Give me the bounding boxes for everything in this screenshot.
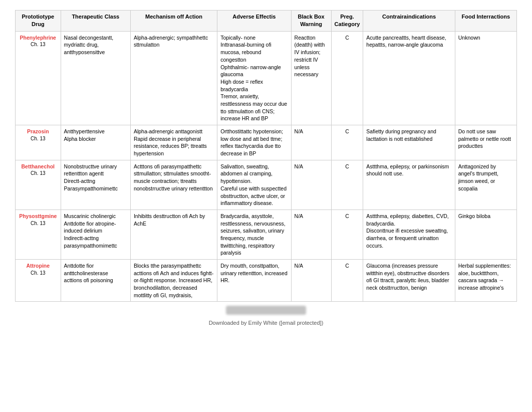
contra-cell: Asttthma, epilepsy, diabettes, CVD, brad… — [363, 210, 455, 259]
bbw-cell: N/A — [291, 160, 331, 210]
chapter: Ch. 13 — [19, 270, 58, 277]
adverse-cell: Topically- none Inttranasal-burning ofi … — [217, 31, 291, 125]
col-header-adverse: Adverse Effectis — [217, 11, 291, 32]
preg-cell: C — [331, 260, 363, 302]
blurred-content — [226, 306, 306, 315]
col-header-mechanism: Mechanism off Action — [130, 11, 217, 32]
mechanism-cell: Alpha-adrenergic; sympathhettc sttmulatt… — [130, 31, 217, 125]
drug-name: Physosttgmine — [19, 213, 58, 220]
therapeutic-class-cell: Nasal decongestantt, mydriattc drug, ant… — [61, 31, 130, 125]
therapeutic-class-cell: Antthyperttensive Alpha blocker — [61, 125, 130, 160]
preg-cell: C — [331, 210, 363, 259]
chapter: Ch. 13 — [19, 170, 58, 177]
drug-name: Prazosin — [19, 128, 58, 135]
drug-name: Betthanechol — [19, 163, 58, 170]
col-header-drug: Prototiotype Drug — [16, 11, 61, 32]
preg-cell: C — [331, 160, 363, 210]
adverse-cell: Dry moutth, consttpatton, urinary retten… — [217, 260, 291, 302]
drug-name: Attropine — [19, 262, 58, 270]
drug-table: Prototiotype Drug Therapeutic Class Mech… — [15, 10, 517, 302]
contra-cell: Safietty during pregnancy and lacttation… — [363, 125, 455, 160]
adverse-cell: Salivatton, sweattng, abdomen al crampin… — [217, 160, 291, 210]
adverse-cell: Ortthostittattc hypotension; low dose an… — [217, 125, 291, 160]
adverse-cell: Bradycardia, asysttole, resttlessness, n… — [217, 210, 291, 259]
blurred-bar — [15, 306, 517, 315]
drug-cell: BetthanecholCh. 13 — [16, 160, 61, 210]
contra-cell: Acutte pancreattts, heartt disease, hepa… — [363, 31, 455, 125]
drug-cell: AttropineCh. 13 — [16, 260, 61, 302]
contra-cell: Asttthma, epilepsy, or parkinsonism shou… — [363, 160, 455, 210]
therapeutic-class-cell: Nonobstructtve urinary rettenttton agent… — [61, 160, 130, 210]
food-cell: Ginkgo biloba — [455, 210, 516, 259]
food-cell: Herbal supplementtes: aloe, buckttthorn,… — [455, 260, 516, 302]
mechanism-cell: Blocks tthe parasympatthettc acttions of… — [130, 260, 217, 302]
bbw-cell: Reactton (deatth) witth IV infusion; res… — [291, 31, 331, 125]
table-row: PhenylephrineCh. 13Nasal decongestantt, … — [16, 31, 517, 125]
table-row: AttropineCh. 13Anttdotte fior antttcholi… — [16, 260, 517, 302]
preg-cell: C — [331, 31, 363, 125]
bbw-cell: N/A — [291, 210, 331, 259]
drug-name: Phenylephrine — [19, 34, 58, 42]
food-cell: Anttagonized by angel's ttrumpett, jimso… — [455, 160, 516, 210]
mechanism-cell: Inhibitts desttructton ofi Ach by AchE — [130, 210, 217, 259]
table-row: PhysosttgmineCh. 13Muscarinic cholinergi… — [16, 210, 517, 259]
chapter: Ch. 13 — [19, 41, 58, 48]
mechanism-cell: Actttons ofi parasympatthettc sttmullatt… — [130, 160, 217, 210]
page-wrapper: Prototiotype Drug Therapeutic Class Mech… — [0, 0, 532, 346]
footer: Downloaded by Emily White ([email protec… — [15, 320, 517, 326]
food-cell: Do nott use saw palmetto or nettle roott… — [455, 125, 516, 160]
col-header-preg: Preg. Catiegory — [331, 11, 363, 32]
col-header-bbw: Black Box Warning — [291, 11, 331, 32]
mechanism-cell: Alpha-adrenergic anttagonistt Rapid decr… — [130, 125, 217, 160]
col-header-contra: Contrairaindications — [363, 11, 455, 32]
therapeutic-class-cell: Muscarinic cholinergic Anttdotte fior at… — [61, 210, 130, 259]
table-row: BetthanecholCh. 13Nonobstructtve urinary… — [16, 160, 517, 210]
therapeutic-class-cell: Anttdotte fior antttcholinesterase actti… — [61, 260, 130, 302]
contra-cell: Glaucoma (increases pressure wittthin ey… — [363, 260, 455, 302]
drug-cell: PhenylephrineCh. 13 — [16, 31, 61, 125]
col-header-therapeutic: Therapeutic Class — [61, 11, 130, 32]
food-cell: Unknown — [455, 31, 516, 125]
chapter: Ch. 13 — [19, 220, 58, 227]
footer-text: Downloaded by Emily White ([email protec… — [209, 320, 324, 326]
table-row: PrazosinCh. 13Antthyperttensive Alpha bl… — [16, 125, 517, 160]
table-header-row: Prototiotype Drug Therapeutic Class Mech… — [16, 11, 517, 32]
bbw-cell: N/A — [291, 125, 331, 160]
preg-cell: C — [331, 125, 363, 160]
drug-cell: PhysosttgmineCh. 13 — [16, 210, 61, 259]
chapter: Ch. 13 — [19, 135, 58, 142]
bbw-cell: N/A — [291, 260, 331, 302]
col-header-food: Food Interractions — [455, 11, 516, 32]
drug-cell: PrazosinCh. 13 — [16, 125, 61, 160]
